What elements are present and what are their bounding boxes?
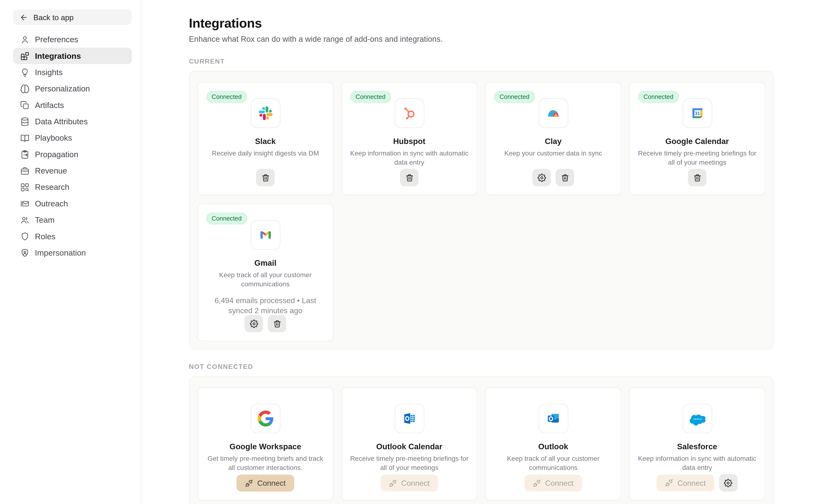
status-badge: Connected [206,213,247,224]
section-container-current: ConnectedSlackReceive daily insight dige… [189,71,774,350]
sidebar-item-propagation[interactable]: Propagation [13,146,132,162]
integration-logo-tile [395,404,424,433]
card-hubspot: ConnectedHubspotKeep information in sync… [341,82,477,195]
section-container-not-connected: Google WorkspaceGet timely pre-meeting b… [189,376,774,504]
integration-description: Keep information in sync with automatic … [349,149,469,167]
status-badge: Connected [350,91,391,103]
unplug-icon [665,479,673,487]
card-actions [486,169,621,186]
card-actions: Connect [486,475,621,492]
settings-button[interactable] [532,169,551,186]
sidebar-item-outreach[interactable]: Outreach [13,195,132,212]
lightbulb-icon [20,67,30,77]
sidebar-item-label: Insights [35,68,63,77]
sidebar-item-preferences[interactable]: Preferences [13,31,132,48]
sidebar-item-label: Artifacts [35,101,64,109]
shield-icon [20,232,30,241]
card-google-calendar: Connected31Google CalendarReceive timely… [629,82,765,195]
card-actions [630,169,765,186]
delete-button[interactable] [556,169,574,186]
integration-logo-tile [251,404,280,433]
back-to-app-button[interactable]: Back to app [13,10,132,25]
page-subtitle: Enhance what Rox can do with a wide rang… [189,34,774,44]
sidebar-item-insights[interactable]: Insights [13,64,132,80]
integration-logo-tile [251,220,280,250]
integration-description: Receive timely pre-meeting briefings for… [637,149,757,167]
integration-name: Outlook Calendar [376,442,442,451]
sidebar-item-data-attributes[interactable]: Data Attributes [13,113,132,130]
sidebar-item-label: Personalization [35,84,90,93]
connect-button-label: Connect [257,479,286,487]
unplug-icon [533,479,541,487]
sidebar-item-integrations[interactable]: Integrations [13,48,132,64]
status-badge: Connected [638,91,679,103]
card-salesforce: salesforceSalesforceKeep information in … [629,387,765,501]
brain-icon [20,84,30,93]
sidebar-item-roles[interactable]: Roles [13,228,132,244]
sync-status-text: 6,494 emails processed • Last synced 2 m… [211,295,320,317]
sidebar-item-label: Playbooks [35,133,72,142]
app-window: Back to app PreferencesIntegrationsInsig… [0,0,817,504]
page-title: Integrations [189,15,774,32]
clipboard-arrow-icon [20,150,30,159]
card-outlook-calendar: Outlook CalendarReceive timely pre-meeti… [341,387,477,501]
card-gmail: ConnectedGmailKeep track of all your cus… [197,204,333,341]
salesforce-icon: salesforce [689,411,705,426]
connect-button-label: Connect [401,479,430,487]
integration-sections: CURRENTConnectedSlackReceive daily insig… [189,57,774,504]
sidebar-item-label: Integrations [35,51,81,60]
users-icon [20,215,30,225]
sidebar-item-label: Revenue [35,166,67,175]
connect-button[interactable]: Connect [237,475,294,492]
connect-button[interactable]: Connect [524,475,582,492]
sidebar-nav: PreferencesIntegrationsInsightsPersonali… [13,31,132,261]
delete-button[interactable] [256,169,275,186]
integration-description: Keep your customer data in sync [504,149,602,158]
integration-logo-tile: 31 [682,98,712,128]
section-label: NOT CONNECTED [189,362,774,371]
hubspot-icon [401,105,417,121]
card-actions [198,169,333,186]
back-to-app-label: Back to app [33,13,74,21]
connect-button-label: Connect [545,479,573,487]
settings-sidebar: Back to app PreferencesIntegrationsInsig… [0,0,141,504]
integration-name: Gmail [254,258,276,267]
integration-logo-tile [251,98,280,128]
connect-button[interactable]: Connect [381,475,438,492]
svg-text:salesforce: salesforce [693,418,702,420]
clay-icon [545,105,561,121]
delete-button[interactable] [400,169,419,186]
integration-description: Receive timely pre-meeting briefings for… [349,455,469,472]
sidebar-item-personalization[interactable]: Personalization [13,80,132,97]
integration-name: Google Calendar [665,137,729,145]
connect-button-label: Connect [677,479,706,487]
card-actions [342,169,477,186]
integration-name: Clay [545,137,562,145]
blocks-icon [20,51,30,61]
card-clay: ConnectedClayKeep your customer data in … [485,82,621,195]
sidebar-item-label: Impersonation [35,248,86,257]
sidebar-item-impersonation[interactable]: Impersonation [13,245,132,261]
integration-description: Keep track of all your customer communic… [206,271,325,289]
database-icon [20,117,30,126]
sidebar-item-artifacts[interactable]: Artifacts [13,97,132,113]
integration-logo-tile [538,98,568,128]
card-actions [198,315,333,332]
google-icon [258,411,273,426]
settings-button[interactable] [245,315,263,332]
shield-user-icon [20,248,30,258]
sidebar-item-label: Propagation [35,150,78,159]
delete-button[interactable] [688,169,706,186]
unplug-icon [389,479,397,487]
integration-logo-tile [395,98,424,128]
connect-button[interactable]: Connect [657,474,714,491]
sidebar-item-team[interactable]: Team [13,212,132,228]
integration-logo-tile [538,404,568,433]
sidebar-item-playbooks[interactable]: Playbooks [13,130,132,146]
sidebar-item-revenue[interactable]: Revenue [13,162,132,179]
main-content: Integrations Enhance what Rox can do wit… [141,0,817,504]
delete-button[interactable] [268,315,286,332]
sidebar-item-research[interactable]: Research [13,179,132,195]
integration-name: Outlook [538,442,568,451]
settings-button[interactable] [719,474,738,492]
